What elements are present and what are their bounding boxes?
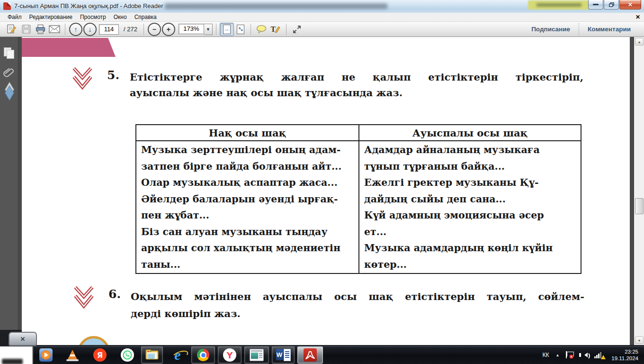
fit-width-button[interactable]: ↔	[220, 23, 234, 36]
sign-document-icon	[7, 24, 17, 35]
menu-help[interactable]: Справка	[131, 13, 161, 21]
previous-page-button[interactable]: ↑	[69, 23, 82, 36]
taskbar-photo-viewer-button[interactable]	[244, 346, 269, 364]
screen: { "titlebar": { "title": "7-сынып Арман …	[0, 0, 644, 364]
taskbar-clock[interactable]: 23:25 19.11.2024	[611, 348, 638, 362]
document-pane[interactable]: 5. Етістіктерге жұрнақ жалғап не қалып е…	[18, 37, 644, 345]
exercise5-text: Етістіктерге жұрнақ жалғап не қалып етіс…	[130, 69, 583, 100]
down-arrow-icon: ↓	[89, 26, 92, 33]
comments-panel-button[interactable]: Комментарии	[579, 26, 639, 33]
taskbar-file-explorer-button[interactable]	[141, 346, 163, 364]
file-explorer-icon	[145, 349, 159, 361]
scroll-up-icon: ▲	[638, 40, 641, 44]
save-button[interactable]	[19, 23, 33, 36]
sign-document-button[interactable]	[5, 23, 18, 36]
comment-button[interactable]	[255, 23, 268, 36]
action-center-flag-icon[interactable]: ✕	[566, 351, 573, 359]
table-header-right: Ауыспалы осы шақ	[358, 125, 581, 140]
window-title: 7-сынып Арман ПВ Жаңа оқулық.pdf - Adobe…	[14, 2, 163, 9]
scrollbar-thumb[interactable]	[635, 198, 644, 214]
adobe-reader-app-icon	[3, 2, 11, 10]
next-page-button[interactable]: ↓	[83, 23, 97, 36]
fit-page-icon: ⤡	[237, 25, 244, 34]
menu-file[interactable]: Файл	[4, 13, 26, 21]
task-type-icon	[78, 336, 110, 345]
tray-chevron-icon[interactable]: ▲	[555, 353, 559, 357]
up-arrow-icon: ↑	[74, 26, 78, 33]
zoom-level-input[interactable]: 173%	[179, 24, 204, 34]
toolbar-separator	[216, 24, 216, 35]
taskbar-vlc-button[interactable]	[64, 346, 80, 364]
taskbar-yandex-button[interactable]: Я	[92, 346, 108, 364]
fit-page-button[interactable]: ⤡	[234, 23, 247, 36]
fit-width-icon: ↔	[223, 25, 231, 34]
close-icon: ✕	[628, 2, 633, 8]
menu-edit[interactable]: Редактирование	[26, 13, 76, 21]
taskbar-internet-explorer-button[interactable]: e	[169, 346, 187, 364]
taskbar-whatsapp-button[interactable]	[119, 346, 135, 364]
taskbar-media-player-button[interactable]	[38, 346, 54, 364]
page-number-input[interactable]: 114	[99, 24, 119, 35]
zoom-in-button[interactable]: +	[162, 23, 175, 36]
menu-view[interactable]: Просмотр	[76, 13, 110, 21]
email-button[interactable]	[48, 23, 61, 36]
taskbar-word-button[interactable]: W	[272, 346, 295, 364]
page-thumbnails-icon[interactable]	[3, 47, 15, 60]
language-indicator[interactable]: КК	[542, 352, 549, 358]
scroll-up-button[interactable]: ▲	[635, 38, 644, 46]
attachments-paperclip-icon[interactable]	[3, 66, 15, 79]
highlight-pen-icon	[275, 26, 280, 33]
email-icon	[49, 25, 60, 34]
table-cell-left: Музыка зерттеушілері оның адам- затпен б…	[136, 141, 358, 273]
floating-window-body	[0, 346, 33, 364]
tray-date: 19.11.2024	[611, 355, 638, 362]
fullscreen-icon	[292, 24, 302, 35]
close-icon: ✕	[20, 336, 26, 343]
scroll-down-button[interactable]: ▼	[635, 337, 644, 344]
toolbar-separator	[286, 24, 286, 35]
network-signal-icon[interactable]	[594, 352, 604, 358]
restore-icon	[609, 2, 614, 7]
minimize-button[interactable]	[588, 0, 603, 9]
pdf-page: 5. Етістіктерге жұрнақ жалғап не қалып е…	[22, 37, 630, 345]
floating-window-close-tab[interactable]: ✕	[9, 332, 37, 346]
title-bar: 7-сынып Арман ПВ Жаңа оқулық.pdf - Adobe…	[0, 0, 644, 13]
toolbar-separator	[143, 24, 144, 35]
text-annotation-button[interactable]: Т	[269, 23, 282, 36]
zoom-dropdown-button[interactable]: ▼	[204, 24, 213, 35]
table-cell-right: Адамдар айналаның музыкаға тұнып тұрғаны…	[358, 141, 581, 273]
system-tray: КК ▲ ✕ 23:25 19.11.2024	[542, 346, 644, 364]
restore-button[interactable]	[604, 0, 619, 9]
close-button[interactable]: ✕	[619, 0, 641, 9]
scroll-down-icon: ▼	[638, 339, 641, 342]
exercise-chevron-icon	[73, 285, 95, 309]
main-area: 5. Етістіктерге жұрнақ жалғап не қалып е…	[0, 37, 644, 345]
yandex-icon: Я	[93, 348, 107, 362]
taskbar-adobe-reader-button[interactable]	[297, 346, 323, 364]
zoom-out-button[interactable]: −	[148, 23, 161, 36]
photo-viewer-icon	[250, 349, 264, 361]
background-window-title-blur	[165, 3, 387, 9]
volume-icon[interactable]	[579, 352, 589, 358]
signing-panel-button[interactable]: Подписание	[523, 26, 579, 33]
vlc-icon	[67, 350, 78, 360]
tray-time: 23:25	[611, 348, 638, 355]
menubar-close-icon[interactable]: ✕	[635, 14, 640, 20]
taskbar-chrome-button[interactable]	[191, 346, 215, 364]
print-button[interactable]	[34, 23, 47, 36]
vertical-scrollbar[interactable]: ▲ ▼	[634, 37, 644, 345]
background-window-button-blur	[528, 0, 590, 9]
fullscreen-button[interactable]	[290, 23, 304, 36]
menu-window[interactable]: Окно	[110, 13, 131, 21]
adobe-reader-icon	[304, 348, 317, 362]
yandex-browser-icon: Y	[223, 348, 236, 362]
window-controls: ✕	[588, 0, 641, 9]
exercise6-number: 6.	[108, 287, 121, 301]
page-design-banner	[22, 38, 116, 57]
layers-icon[interactable]	[3, 85, 15, 98]
toolbar-separator	[65, 24, 65, 35]
whatsapp-icon	[121, 348, 134, 362]
word-icon: W	[276, 349, 291, 361]
table-header-left: Нақ осы шақ	[136, 125, 358, 140]
taskbar-yandex-browser-button[interactable]: Y	[218, 346, 242, 364]
